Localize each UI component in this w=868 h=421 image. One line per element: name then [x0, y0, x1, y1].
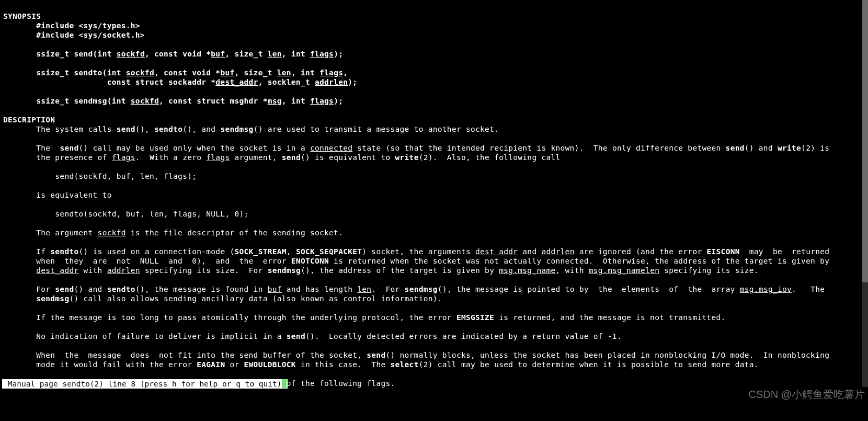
- cursor-icon: [282, 379, 287, 388]
- pager-status-text: Manual page sendto(2) line 8 (press h fo…: [3, 380, 282, 388]
- param: flags: [310, 50, 334, 58]
- pager-status-bar[interactable]: Manual page sendto(2) line 8 (press h fo…: [2, 379, 288, 389]
- param: len: [277, 69, 291, 77]
- param: msg: [268, 97, 282, 105]
- watermark: CSDN @小鳄鱼爱吃薯片: [748, 390, 865, 399]
- signature-sendto: ssize_t sendto(int: [36, 69, 126, 77]
- section-header-synopsis: SYNOPSIS: [3, 12, 41, 20]
- param: sockfd: [131, 97, 159, 105]
- param: addrlen: [315, 78, 348, 86]
- code-example: sendto(sockfd, buf, len, flags, NULL, 0)…: [55, 210, 248, 218]
- param: flags: [310, 97, 334, 105]
- man-page-content[interactable]: SYNOPSIS #include <sys/types.h> #include…: [0, 0, 868, 388]
- param: flags: [319, 69, 343, 77]
- section-header-description: DESCRIPTION: [3, 116, 55, 124]
- include-line: #include <sys/types.h>: [36, 21, 140, 30]
- scroll-thumb[interactable]: [862, 0, 868, 282]
- param: len: [268, 50, 282, 58]
- terminal-window: SYNOPSIS #include <sys/types.h> #include…: [0, 0, 868, 421]
- code-example: send(sockfd, buf, len, flags);: [55, 172, 197, 180]
- param: buf: [211, 50, 225, 58]
- param: dest_addr: [215, 78, 258, 86]
- include-line: #include <sys/socket.h>: [36, 31, 145, 39]
- signature-send: ssize_t send(int: [36, 50, 117, 58]
- scrollbar[interactable]: [862, 0, 868, 387]
- param: buf: [220, 69, 234, 77]
- signature-sendmsg: ssize_t sendmsg(int: [36, 97, 131, 105]
- param: sockfd: [126, 69, 154, 77]
- param: sockfd: [117, 50, 145, 58]
